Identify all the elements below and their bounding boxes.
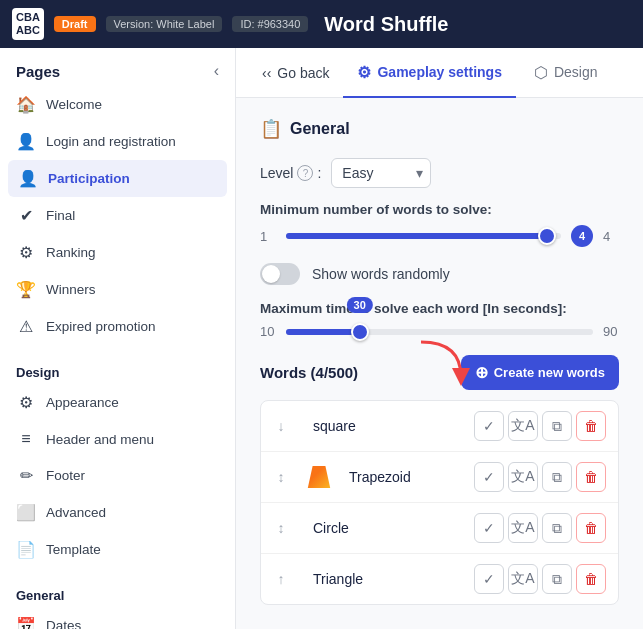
create-words-button[interactable]: ⊕ Create new words: [461, 355, 619, 390]
trapezoid-actions: ✓ 文A ⧉ 🗑: [474, 462, 606, 492]
general-section: General 📅Dates🌐Languages: [0, 582, 235, 629]
winners-icon: 🏆: [16, 280, 36, 299]
login-label: Login and registration: [46, 134, 176, 149]
sidebar-item-dates[interactable]: 📅Dates: [0, 607, 235, 629]
winners-label: Winners: [46, 282, 96, 297]
circle-copy-btn[interactable]: ⧉: [542, 513, 572, 543]
triangle-toggle-btn[interactable]: ✓: [474, 564, 504, 594]
sidebar-item-advanced[interactable]: ⬜Advanced: [0, 494, 235, 531]
version-badge: Version: White Label: [106, 16, 223, 32]
triangle-delete-btn[interactable]: 🗑: [576, 564, 606, 594]
app-title: Word Shuffle: [324, 13, 448, 36]
level-select-wrapper: Easy Medium Hard: [331, 158, 431, 188]
sidebar: Pages ‹ 🏠Welcome👤Login and registration👤…: [0, 48, 236, 629]
sidebar-item-expired[interactable]: ⚠Expired promotion: [0, 308, 235, 345]
slider1-track[interactable]: [286, 233, 561, 239]
trapezoid-order-icon: ↕: [273, 469, 289, 485]
slider1-min: 1: [260, 229, 276, 244]
trapezoid-thumb: [303, 466, 335, 488]
sidebar-item-final[interactable]: ✔Final: [0, 197, 235, 234]
square-actions: ✓ 文A ⧉ 🗑: [474, 411, 606, 441]
min-words-label: Minimum number of words to solve:: [260, 202, 619, 217]
expired-icon: ⚠: [16, 317, 36, 336]
id-badge: ID: #963340: [232, 16, 308, 32]
sidebar-item-footer[interactable]: ✏Footer: [0, 457, 235, 494]
sidebar-item-ranking[interactable]: ⚙Ranking: [0, 234, 235, 271]
triangle-actions: ✓ 文A ⧉ 🗑: [474, 564, 606, 594]
slider2-min: 10: [260, 324, 276, 339]
slider2-tooltip: 30: [347, 297, 373, 313]
sidebar-item-login[interactable]: 👤Login and registration: [0, 123, 235, 160]
sidebar-item-winners[interactable]: 🏆Winners: [0, 271, 235, 308]
slider2-track[interactable]: 30: [286, 329, 593, 335]
pages-list: 🏠Welcome👤Login and registration👤Particip…: [0, 86, 235, 345]
circle-toggle-btn[interactable]: ✓: [474, 513, 504, 543]
slider1-current-badge: 4: [571, 225, 593, 247]
square-order-icon: ↓: [273, 418, 289, 434]
square-copy-btn[interactable]: ⧉: [542, 411, 572, 441]
back-chevron-icon: ‹‹: [262, 65, 271, 81]
section-general-title: 📋 General: [260, 118, 619, 140]
trapezoid-name: Trapezoid: [349, 469, 466, 485]
pages-section-title: Pages: [16, 63, 60, 80]
square-name: square: [313, 418, 466, 434]
trapezoid-toggle-btn[interactable]: ✓: [474, 462, 504, 492]
sidebar-collapse-icon[interactable]: ‹: [214, 62, 219, 80]
dates-label: Dates: [46, 618, 81, 629]
main-content: ‹‹ Go back ⚙ Gameplay settings ⬡ Design …: [236, 48, 643, 629]
ranking-icon: ⚙: [16, 243, 36, 262]
sidebar-item-participation[interactable]: 👤Participation: [8, 160, 227, 197]
plus-icon: ⊕: [475, 363, 488, 382]
level-label: Level ? :: [260, 165, 321, 181]
tab-gameplay[interactable]: ⚙ Gameplay settings: [343, 49, 516, 98]
footer-label: Footer: [46, 468, 85, 483]
triangle-name: Triangle: [313, 571, 466, 587]
max-time-section: Maximum time to solve each word [In seco…: [260, 301, 619, 339]
word-row-trapezoid: ↕ Trapezoid ✓ 文A ⧉ 🗑: [261, 452, 618, 503]
square-translate-btn[interactable]: 文A: [508, 411, 538, 441]
slider1-thumb[interactable]: [538, 227, 556, 245]
word-row-square: ↓ square ✓ 文A ⧉ 🗑: [261, 401, 618, 452]
square-delete-btn[interactable]: 🗑: [576, 411, 606, 441]
gameplay-tab-icon: ⚙: [357, 63, 371, 82]
sidebar-item-header[interactable]: ≡Header and menu: [0, 421, 235, 457]
design-section-title: Design: [0, 359, 235, 384]
design-tab-label: Design: [554, 64, 598, 80]
template-label: Template: [46, 542, 101, 557]
tabbar: ‹‹ Go back ⚙ Gameplay settings ⬡ Design: [236, 48, 643, 98]
tab-design[interactable]: ⬡ Design: [520, 49, 612, 98]
min-words-section: Minimum number of words to solve: 1 4 4: [260, 202, 619, 247]
sidebar-header: Pages ‹: [0, 48, 235, 86]
design-list: ⚙Appearance≡Header and menu✏Footer⬜Advan…: [0, 384, 235, 568]
sidebar-item-welcome[interactable]: 🏠Welcome: [0, 86, 235, 123]
trapezoid-delete-btn[interactable]: 🗑: [576, 462, 606, 492]
final-label: Final: [46, 208, 75, 223]
level-help-icon[interactable]: ?: [297, 165, 313, 181]
circle-delete-btn[interactable]: 🗑: [576, 513, 606, 543]
login-icon: 👤: [16, 132, 36, 151]
welcome-label: Welcome: [46, 97, 102, 112]
general-section-icon: 📋: [260, 118, 282, 140]
design-section: Design ⚙Appearance≡Header and menu✏Foote…: [0, 359, 235, 568]
advanced-label: Advanced: [46, 505, 106, 520]
triangle-translate-btn[interactable]: 文A: [508, 564, 538, 594]
show-random-toggle[interactable]: [260, 263, 300, 285]
sidebar-item-appearance[interactable]: ⚙Appearance: [0, 384, 235, 421]
footer-icon: ✏: [16, 466, 36, 485]
circle-actions: ✓ 文A ⧉ 🗑: [474, 513, 606, 543]
slider2-fill: [286, 329, 360, 335]
slider2-thumb[interactable]: 30: [351, 323, 369, 341]
circle-name: Circle: [313, 520, 466, 536]
appearance-label: Appearance: [46, 395, 119, 410]
square-toggle-btn[interactable]: ✓: [474, 411, 504, 441]
back-button[interactable]: ‹‹ Go back: [252, 59, 339, 87]
level-select[interactable]: Easy Medium Hard: [331, 158, 431, 188]
trapezoid-translate-btn[interactable]: 文A: [508, 462, 538, 492]
triangle-copy-btn[interactable]: ⧉: [542, 564, 572, 594]
word-row-circle: ↕ Circle ✓ 文A ⧉ 🗑: [261, 503, 618, 554]
welcome-icon: 🏠: [16, 95, 36, 114]
circle-translate-btn[interactable]: 文A: [508, 513, 538, 543]
trapezoid-copy-btn[interactable]: ⧉: [542, 462, 572, 492]
sidebar-item-template[interactable]: 📄Template: [0, 531, 235, 568]
general-section-title: General: [0, 582, 235, 607]
